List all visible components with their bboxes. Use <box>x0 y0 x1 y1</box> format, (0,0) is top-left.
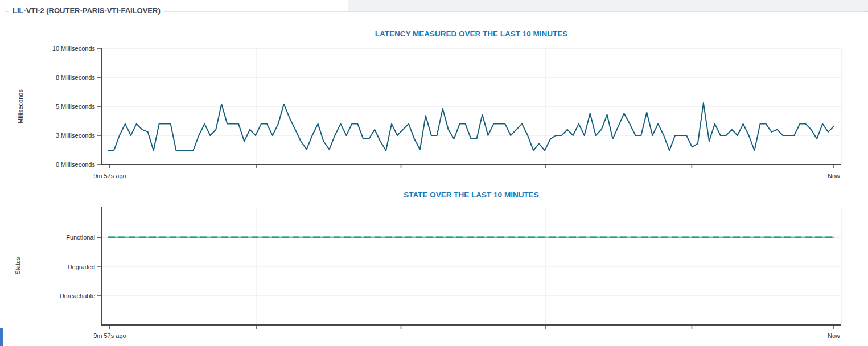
latency-chart: 10 Milliseconds8 Milliseconds5 Milliseco… <box>17 30 841 179</box>
chart-title: LATENCY MEASURED OVER THE LAST 10 MINUTE… <box>375 30 568 38</box>
state-chart: FunctionalDegradedUnreachable9m 57s agoN… <box>14 191 841 339</box>
y-tick-label: 5 Milliseconds <box>56 103 96 110</box>
y-tick-label: Degraded <box>68 263 95 270</box>
y-axis-title: Milliseconds <box>17 89 24 123</box>
y-axis-title: States <box>14 257 21 275</box>
panel-title: LIL-VTI-2 (ROUTER-PARIS-VTI-FAILOVER) <box>9 6 164 15</box>
latency-series-line <box>108 103 834 151</box>
x-axis-label: Now <box>828 332 840 339</box>
y-tick-label: Functional <box>66 234 95 241</box>
device-graphs-page: LIL-VTI-2 (ROUTER-PARIS-VTI-FAILOVER) 10… <box>0 0 868 346</box>
y-tick-label: 3 Milliseconds <box>56 132 96 139</box>
y-tick-label: 8 Milliseconds <box>56 74 96 81</box>
charts-canvas: 10 Milliseconds8 Milliseconds5 Milliseco… <box>0 0 868 346</box>
x-axis-label: Now <box>828 172 840 179</box>
scrollbar-fragment <box>0 328 3 346</box>
chart-title: STATE OVER THE LAST 10 MINUTES <box>404 191 538 199</box>
x-axis-label: 9m 57s ago <box>93 332 126 339</box>
y-tick-label: 0 Milliseconds <box>56 161 96 168</box>
y-tick-label: Unreachable <box>60 293 95 299</box>
y-tick-label: 10 Milliseconds <box>52 45 96 52</box>
x-axis-label: 9m 57s ago <box>93 172 126 179</box>
